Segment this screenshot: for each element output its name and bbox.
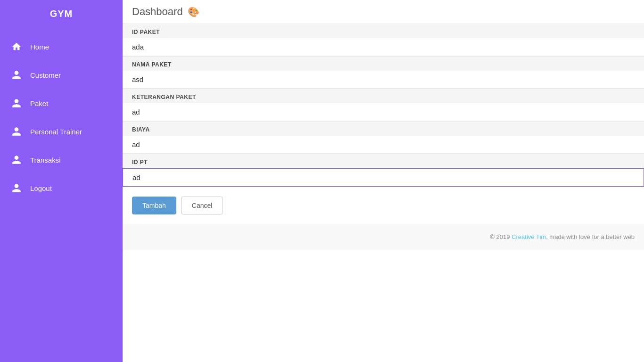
sidebar-item-personal-trainer[interactable]: Personal Trainer xyxy=(0,117,123,146)
customer-icon xyxy=(9,68,24,82)
form-section-id-pt: ID PT xyxy=(123,154,644,187)
home-icon xyxy=(9,40,24,54)
sidebar-nav: Home Customer Paket Personal Trainer Tra xyxy=(0,33,123,202)
personal-trainer-icon xyxy=(9,124,24,139)
sidebar-item-home-label: Home xyxy=(30,43,49,51)
header-title: Dashboard xyxy=(132,6,183,18)
logout-icon xyxy=(9,181,24,195)
sidebar-item-logout[interactable]: Logout xyxy=(0,174,123,202)
form-buttons: Tambah Cancel xyxy=(123,187,644,224)
sidebar-item-customer[interactable]: Customer xyxy=(0,61,123,89)
palette-icon: 🎨 xyxy=(188,6,199,17)
input-biaya[interactable] xyxy=(123,136,644,154)
form-area: ID PAKET NAMA PAKET KETERANGAN PAKET BIA… xyxy=(123,24,644,362)
footer-text: © 2019 xyxy=(490,233,512,240)
paket-icon xyxy=(9,96,24,110)
label-nama-paket: NAMA PAKET xyxy=(123,57,644,71)
label-id-pt: ID PT xyxy=(123,154,644,168)
cancel-button[interactable]: Cancel xyxy=(181,197,223,214)
label-biaya: BIAYA xyxy=(123,122,644,136)
tambah-button[interactable]: Tambah xyxy=(132,197,176,214)
transaksi-icon xyxy=(9,153,24,167)
input-id-paket[interactable] xyxy=(123,38,644,56)
sidebar-item-paket-label: Paket xyxy=(30,99,48,107)
sidebar-item-transaksi[interactable]: Transaksi xyxy=(0,146,123,174)
form-section-biaya: BIAYA xyxy=(123,122,644,154)
footer-link[interactable]: Creative Tim xyxy=(512,233,546,240)
form-section-id-paket: ID PAKET xyxy=(123,24,644,57)
form-section-nama-paket: NAMA PAKET xyxy=(123,57,644,89)
label-keterangan-paket: KETERANGAN PAKET xyxy=(123,89,644,103)
sidebar-title: GYM xyxy=(0,0,123,28)
sidebar-item-home[interactable]: Home xyxy=(0,33,123,61)
main-content: Dashboard 🎨 ID PAKET NAMA PAKET KETERANG… xyxy=(123,0,644,362)
footer-text-after: , made with love for a better web xyxy=(546,233,635,240)
input-id-pt[interactable] xyxy=(123,168,644,187)
sidebar-item-customer-label: Customer xyxy=(30,71,61,79)
input-keterangan-paket[interactable] xyxy=(123,103,644,121)
label-id-paket: ID PAKET xyxy=(123,24,644,38)
sidebar: GYM Home Customer Paket Personal Trainer xyxy=(0,0,123,362)
footer: © 2019 Creative Tim, made with love for … xyxy=(123,224,644,250)
sidebar-item-paket[interactable]: Paket xyxy=(0,89,123,117)
input-nama-paket[interactable] xyxy=(123,71,644,89)
sidebar-item-logout-label: Logout xyxy=(30,184,52,192)
sidebar-item-personal-trainer-label: Personal Trainer xyxy=(30,128,82,136)
sidebar-item-transaksi-label: Transaksi xyxy=(30,156,60,164)
form-section-keterangan-paket: KETERANGAN PAKET xyxy=(123,89,644,122)
header: Dashboard 🎨 xyxy=(123,0,644,24)
